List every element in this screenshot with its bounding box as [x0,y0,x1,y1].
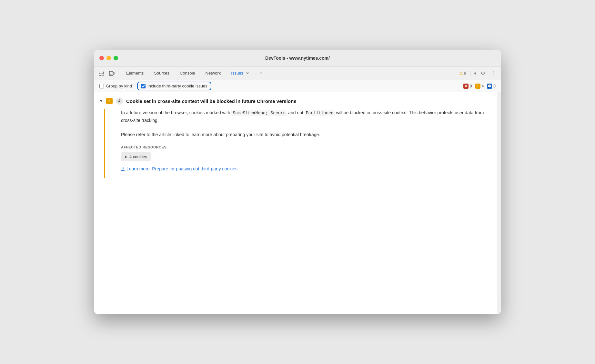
code-partitioned: Partitioned [305,110,335,116]
info-bubble-icon: 💬 [487,84,492,89]
window-title: DevTools - www.nytimes.com/ [265,56,330,61]
filter-counts: ✕ 0 ! 4 💬 0 [463,84,496,89]
warning-exclaim-icon: ! [475,84,480,89]
tab-elements[interactable]: Elements [122,68,148,78]
include-third-party-checkbox[interactable] [141,84,146,88]
tab-sources[interactable]: Sources [149,68,174,78]
maximize-button[interactable] [114,56,118,60]
issue-warning-icon: ! [106,98,113,104]
issue-description-1: In a future version of the browser, cook… [121,109,485,125]
warning-badge: ⚠ 8 [459,71,466,76]
issue-title: Cookie set in cross-site context will be… [126,98,297,104]
affected-resources-label: AFFECTED RESOURCES [121,145,485,149]
toolbar-right: ⚠ 8 ❕ 4 ⚙ ⋮ [459,69,498,78]
tab-issues-close[interactable]: ✕ [245,71,250,76]
info-count-badge: 💬 0 [487,84,496,89]
cookies-arrow-icon: ▶ [125,155,127,158]
error-triangle-icon: ❕ [468,71,473,76]
scrollbar-track[interactable] [497,92,501,314]
traffic-lights [99,56,118,60]
cursor-icon[interactable] [97,69,106,78]
device-toggle-icon[interactable] [107,69,116,78]
issue-body: In a future version of the browser, cook… [104,109,492,178]
toolbar: Elements Sources Console Network Issues … [94,66,501,80]
more-menu-icon[interactable]: ⋮ [489,69,498,78]
warning-count-badge: ! 4 [475,84,484,89]
more-tabs-button[interactable]: » [256,68,267,78]
error-x-icon: ✕ [463,84,469,89]
issues-panel: ▼ ! 4 Cookie set in cross-site context w… [94,92,497,314]
minimize-button[interactable] [106,56,111,60]
group-by-kind-checkbox[interactable] [99,84,104,88]
issue-count: 4 [116,97,123,105]
issue-group-header[interactable]: ▼ ! 4 Cookie set in cross-site context w… [94,92,497,109]
tab-issues[interactable]: Issues ✕ [227,68,254,78]
settings-icon[interactable]: ⚙ [478,69,487,78]
tab-console[interactable]: Console [175,68,200,78]
titlebar: DevTools - www.nytimes.com/ [94,50,501,66]
affected-resources-section: AFFECTED RESOURCES ▶ 4 cookies [121,145,485,161]
svg-rect-3 [113,72,114,75]
learn-more-link[interactable]: ↗ Learn more: Prepare for phasing out th… [121,166,485,171]
filterbar: Group by kind Include third-party cookie… [94,80,501,92]
chevron-down-icon: ▼ [99,99,103,103]
error-badge: ❕ 4 [468,71,476,76]
tab-network[interactable]: Network [201,68,226,78]
toolbar-divider-1 [119,70,119,76]
devtools-window: DevTools - www.nytimes.com/ Elements Sou… [94,50,501,314]
issue-group-cookie: ▼ ! 4 Cookie set in cross-site context w… [94,92,497,178]
close-button[interactable] [99,56,104,60]
code-samesite: SameSite=None; Secure [231,110,287,116]
issue-description-2: Please refer to the article linked to le… [121,131,485,139]
error-count-badge: ✕ 0 [463,84,472,89]
warning-triangle-icon: ⚠ [459,71,463,76]
main-content: ▼ ! 4 Cookie set in cross-site context w… [94,92,501,314]
cookies-summary-toggle[interactable]: ▶ 4 cookies [121,152,151,161]
group-by-kind-label[interactable]: Group by kind [99,84,132,88]
include-third-party-container: Include third-party cookie issues [137,82,211,90]
external-link-icon: ↗ [121,166,125,171]
